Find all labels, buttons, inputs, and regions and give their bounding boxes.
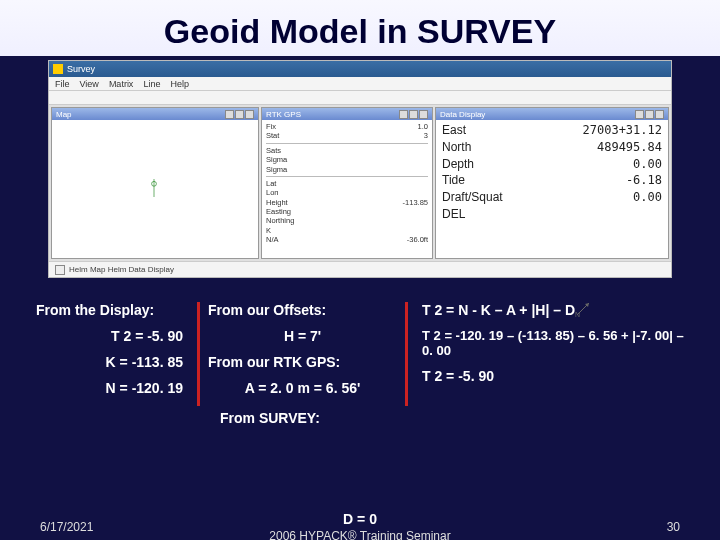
calc-d-value: D = 0 — [269, 511, 450, 527]
menu-help[interactable]: Help — [170, 79, 189, 89]
rtk-panel: RTK GPS Fix1.0 Stat3 Sats Sigma Sigma La… — [261, 107, 433, 259]
close-icon[interactable] — [419, 110, 428, 119]
col2-header: From our Offsets: — [208, 302, 397, 318]
survey-header: From SURVEY: — [220, 410, 580, 426]
maximize-icon[interactable] — [235, 110, 244, 119]
menu-file[interactable]: File — [55, 79, 70, 89]
rtk-label: Sats — [266, 146, 281, 155]
status-bar: Helm Map Helm Data Display — [49, 261, 671, 277]
slide-number: 30 — [667, 520, 680, 534]
dd-label-del: DEL — [442, 206, 465, 223]
close-icon[interactable] — [245, 110, 254, 119]
dd-value-depth: 0.00 — [633, 156, 662, 173]
dd-label-tide: Tide — [442, 172, 465, 189]
rtk-panel-titlebar[interactable]: RTK GPS — [262, 108, 432, 120]
map-panel-titlebar[interactable]: Map — [52, 108, 258, 120]
minimize-icon[interactable] — [399, 110, 408, 119]
survey-window-titlebar[interactable]: Survey — [49, 61, 671, 77]
boat-icon — [151, 178, 157, 198]
dd-value-east: 27003+31.12 — [583, 122, 662, 139]
rtk-label: K — [266, 226, 271, 235]
rtk-label: Northing — [266, 216, 294, 225]
menu-matrix[interactable]: Matrix — [109, 79, 134, 89]
rtk-label: Fix — [266, 122, 276, 131]
data-display-body: East27003+31.12 North489495.84 Depth0.00… — [436, 120, 668, 258]
col1-header: From the Display: — [36, 302, 189, 318]
rtk-value: 3 — [424, 131, 428, 140]
helm-icon[interactable] — [55, 265, 65, 275]
calc-result: T 2 = -5. 90 — [422, 368, 684, 384]
calc-n-display: N = -120. 19 — [36, 380, 189, 396]
rtk-value: -113.85 — [403, 198, 428, 207]
dd-value-north: 489495.84 — [597, 139, 662, 156]
calc-h-offset: H = 7' — [208, 328, 397, 344]
survey-app-window: Survey File View Matrix Line Help Map RT… — [48, 60, 672, 278]
dd-label-draft: Draft/Squat — [442, 189, 503, 206]
map-canvas[interactable] — [52, 120, 258, 258]
dd-label-north: North — [442, 139, 471, 156]
rtk-label: N/A — [266, 235, 279, 244]
dd-value-draft: 0.00 — [633, 189, 662, 206]
rtk-label: Sigma — [266, 165, 287, 174]
calc-formula: T 2 = N - K – A + |H| – D — [422, 302, 684, 318]
helm-label: Helm Map Helm Data Display — [69, 265, 174, 274]
rtk-label: Lat — [266, 179, 276, 188]
slide-footer: 6/17/2021 D = 0 2006 HYPACK® Training Se… — [0, 520, 720, 534]
menubar[interactable]: File View Matrix Line Help — [49, 77, 671, 91]
rtk-label: Height — [266, 198, 288, 207]
calc-a-rtk: A = 2. 0 m = 6. 56' — [208, 380, 397, 396]
map-panel: Map — [51, 107, 259, 259]
rtk-label: Stat — [266, 131, 279, 140]
toolbar[interactable] — [49, 91, 671, 105]
menu-view[interactable]: View — [80, 79, 99, 89]
slide-date: 6/17/2021 — [40, 520, 93, 534]
col2-subheader: From our RTK GPS: — [208, 354, 397, 370]
rtk-label: Easting — [266, 207, 291, 216]
rtk-value: 1.0 — [418, 122, 428, 131]
survey-window-title: Survey — [67, 64, 95, 74]
close-icon[interactable] — [655, 110, 664, 119]
data-display-title: Data Display — [440, 110, 485, 119]
dd-label-depth: Depth — [442, 156, 474, 173]
rtk-body: Fix1.0 Stat3 Sats Sigma Sigma Lat Lon He… — [262, 120, 432, 258]
rtk-label: Lon — [266, 188, 279, 197]
rtk-label: Sigma — [266, 155, 287, 164]
calc-t2-display: T 2 = -5. 90 — [36, 328, 189, 344]
slide-title: Geoid Model in SURVEY — [0, 0, 720, 55]
rtk-value: -36.0ft — [407, 235, 428, 244]
calculation-area: From the Display: T 2 = -5. 90 K = -113.… — [28, 302, 692, 494]
dd-value-tide: -6.18 — [626, 172, 662, 189]
minimize-icon[interactable] — [225, 110, 234, 119]
calc-k-display: K = -113. 85 — [36, 354, 189, 370]
data-display-titlebar[interactable]: Data Display — [436, 108, 668, 120]
maximize-icon[interactable] — [645, 110, 654, 119]
maximize-icon[interactable] — [409, 110, 418, 119]
data-display-panel: Data Display East27003+31.12 North489495… — [435, 107, 669, 259]
menu-line[interactable]: Line — [143, 79, 160, 89]
dd-label-east: East — [442, 122, 466, 139]
app-icon — [53, 64, 63, 74]
map-panel-title: Map — [56, 110, 72, 119]
minimize-icon[interactable] — [635, 110, 644, 119]
seminar-label: 2006 HYPACK® Training Seminar — [269, 529, 450, 540]
rtk-panel-title: RTK GPS — [266, 110, 301, 119]
calc-substitution: T 2 = -120. 19 – (-113. 85) – 6. 56 + |-… — [422, 328, 684, 358]
